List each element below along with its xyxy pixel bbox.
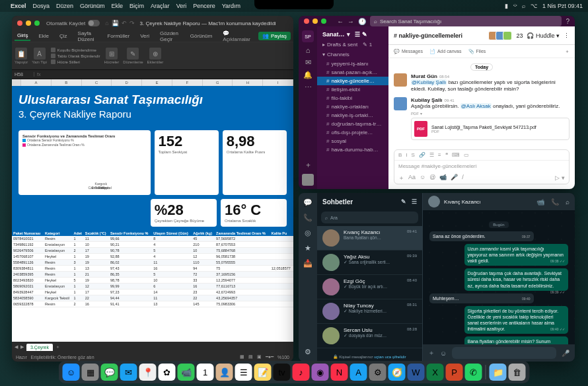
tab-formulas[interactable]: Formüller — [104, 32, 132, 40]
avatar[interactable] — [394, 73, 407, 87]
select-all-corner[interactable] — [12, 79, 21, 86]
voice-call-icon[interactable]: 📞 — [551, 198, 559, 206]
message-bubble[interactable]: Bana fiyatları gönderebilir misin? Sunum… — [464, 336, 569, 344]
code-icon[interactable]: ⌨ — [452, 152, 460, 158]
data-table[interactable]: Paket NumarasıKategoriAdetSıcaklık (°C)S… — [12, 231, 293, 307]
control-center-icon[interactable]: ⌥ — [531, 3, 537, 9]
dock-finder[interactable]: ☺ — [63, 364, 80, 381]
dock-trash[interactable]: 🗑 — [509, 364, 526, 381]
chat-name[interactable]: Kıvanç Kazancı — [444, 199, 481, 205]
dock-messages[interactable]: 💬 — [101, 364, 118, 381]
menu-view[interactable]: Görünüm — [80, 3, 105, 9]
messages-tab[interactable]: 💬 Messages — [394, 49, 423, 54]
sidebar-channel[interactable]: # doğrudan-taşıma-tr… — [317, 120, 388, 128]
worksheet[interactable]: A B C D E F G H I Uluslararası Sanat Taş… — [12, 79, 293, 342]
sidebar-channel[interactable]: # sanat-pazarı-açık… — [317, 68, 388, 77]
sidebar-channel[interactable]: # ofis-dışı-projele… — [317, 128, 388, 137]
help-icon[interactable]: ? — [566, 18, 570, 25]
table-row[interactable]: 5584891126Resim31986,021111055,0795555 — [12, 260, 293, 266]
tab-review[interactable]: Gözden Geçir — [157, 29, 182, 44]
mention-icon[interactable]: @ — [429, 174, 435, 182]
canvas-tab[interactable]: 📄 Add canvas — [429, 49, 462, 54]
search-icon[interactable]: ⌕ — [566, 198, 570, 206]
chat-item[interactable]: Kıvanç Kazancı09:41Bana fiyatları gön… — [317, 226, 422, 251]
col-header[interactable]: A — [21, 79, 52, 86]
channels-header[interactable]: ▾ Channels — [317, 50, 388, 59]
table-row[interactable]: 0659322878Resim21691,411314575,0983306 — [12, 301, 293, 307]
view-normal-icon[interactable]: ▦ — [240, 354, 244, 360]
close-button[interactable] — [304, 19, 309, 24]
menu-data[interactable]: Veri — [176, 3, 187, 9]
app-name[interactable]: Excel — [11, 3, 26, 9]
chat-item[interactable]: Ezgi Göç08:40✓ Büyük bir açık artı… — [317, 275, 422, 299]
mic-icon[interactable]: 🎤 — [562, 350, 570, 357]
dock-photos[interactable]: ✿ — [159, 364, 176, 381]
chat-avatar[interactable] — [428, 196, 440, 208]
chart-card[interactable]: Sensör Fonksiyonu ve Zamanında Teslimat … — [18, 130, 151, 195]
autosave-toggle[interactable]: Otomatik Kaydet — [46, 20, 100, 26]
dock-appstore[interactable]: A — [350, 364, 367, 381]
audio-icon[interactable]: 🎤 — [451, 174, 458, 182]
send-icon[interactable]: ▷ ▾ — [555, 174, 565, 181]
undo-icon[interactable]: ↶ — [122, 20, 127, 26]
channel-name[interactable]: # nakliye-güncellemeleri — [394, 32, 462, 39]
comments-button[interactable]: 💬 Açıklamalar — [220, 29, 253, 44]
battery-icon[interactable]: ▮ — [505, 3, 508, 9]
member-avatars[interactable] — [490, 31, 512, 40]
huddle-button[interactable]: 🎧 Huddle ▾ — [527, 32, 560, 39]
search-input[interactable]: ⌕ Search Sanat Taşımacılığı — [370, 16, 562, 26]
dock-word[interactable]: W — [408, 364, 425, 381]
more-icon[interactable]: ⋮ — [564, 32, 570, 39]
dock-settings[interactable]: ⚙ — [369, 364, 386, 381]
table-row[interactable]: 5869092021Enstalasyon11299,9961677,61167… — [12, 284, 293, 290]
sidebar-channel[interactable]: # nakliye-iş-ortakl… — [317, 111, 388, 120]
table-row[interactable]: 5834058590Kargıcık Tekstil12294,44112243… — [12, 295, 293, 301]
dock-folder[interactable]: 📁 — [490, 364, 507, 381]
col-header[interactable]: H — [233, 79, 263, 86]
search-icon[interactable]: ⌕ — [522, 3, 525, 9]
menu-help[interactable]: Yardım — [222, 3, 240, 9]
dock-podcasts[interactable]: ◉ — [312, 364, 329, 381]
message-bubble[interactable]: Uzun zamandır kısmi yük taşımacılığı yap… — [464, 244, 569, 266]
dock-contacts[interactable]: 👤 — [216, 364, 233, 381]
col-header[interactable]: C — [82, 79, 112, 86]
shortcut-icon[interactable]: / — [462, 174, 464, 182]
tab-insert[interactable]: Ekle — [36, 32, 52, 40]
format-icon[interactable]: Aa — [408, 174, 416, 182]
bold-icon[interactable]: B — [398, 152, 402, 158]
dock-news[interactable]: N — [331, 364, 348, 381]
chat-item[interactable]: Nilay Tuncay08:31✓ Nakliye hizmetleri… — [317, 299, 422, 324]
workspace-icon[interactable]: SP — [302, 30, 314, 42]
avatar[interactable] — [394, 97, 407, 110]
strike-icon[interactable]: S — [412, 152, 415, 158]
table-row[interactable]: 8493928447Heykel11797,23142342,6724993 — [12, 290, 293, 295]
date-divider[interactable]: Today — [394, 63, 570, 71]
tab-pagelayout[interactable]: Sayfa Düzeni — [75, 29, 100, 44]
minimize-button[interactable] — [26, 20, 31, 26]
dock-powerpoint[interactable]: P — [446, 364, 463, 381]
dock-whatsapp[interactable]: ✆ — [465, 364, 482, 381]
chats-icon[interactable]: 💬 — [303, 198, 312, 207]
tab-view[interactable]: Görünüm — [188, 32, 215, 40]
encryption-link[interactable]: uçtan uca şifrelidir — [374, 355, 406, 359]
sidebar-channel[interactable]: # hava-durumu-hab… — [317, 145, 388, 154]
fx-icon[interactable]: fx — [37, 72, 40, 77]
dock-music[interactable]: ♪ — [293, 364, 310, 381]
calls-icon[interactable]: 📞 — [303, 213, 312, 222]
attach-icon[interactable]: ＋ — [398, 174, 404, 182]
dock-launchpad[interactable]: ▦ — [82, 364, 99, 381]
view-page-icon[interactable]: ▤ — [248, 354, 253, 360]
font-group[interactable]: AYazı Tipi — [32, 48, 47, 64]
dock-calendar[interactable]: 1 — [197, 364, 214, 381]
home-icon[interactable]: ⌂ — [105, 20, 108, 26]
menu-insert[interactable]: Ekle — [112, 3, 124, 9]
cells-group[interactable]: ⊞Hücreler — [104, 48, 120, 64]
dm-icon[interactable]: ✉ — [305, 58, 311, 67]
back-icon[interactable]: ← — [337, 18, 344, 25]
filter-icon[interactable]: ☰ — [412, 198, 417, 205]
menu-format[interactable]: Biçim — [129, 3, 144, 9]
menu-file[interactable]: Dosya — [33, 3, 50, 9]
menu-tools[interactable]: Araçlar — [151, 3, 170, 9]
zoom-button[interactable] — [321, 19, 326, 24]
link-icon[interactable]: 🔗 — [419, 152, 425, 158]
